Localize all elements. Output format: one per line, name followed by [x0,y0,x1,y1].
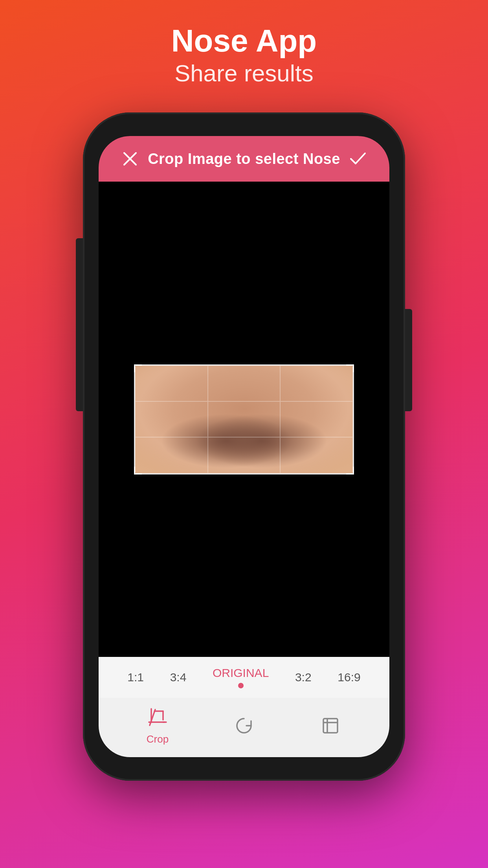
ratio-16-9[interactable]: 16:9 [338,671,360,684]
nose-image [135,366,353,473]
canvas-area [99,182,389,657]
app-title: Nose App [171,24,317,58]
header-section: Nose App Share results [171,0,317,105]
corner-handle-tr[interactable] [346,364,354,372]
confirm-button[interactable] [346,147,370,171]
toolbar-rotate[interactable] [232,714,256,737]
corner-handle-br[interactable] [346,467,354,474]
bottom-toolbar: Crop [99,698,389,757]
crop-header: Crop Image to select Nose [99,136,389,182]
phone-wrapper: Crop Image to select Nose [83,112,405,781]
crop-icon [146,706,169,729]
toolbar-crop[interactable]: Crop [146,706,169,745]
ratio-bar: 1:1 3:4 ORIGINAL 3:2 16:9 [99,657,389,698]
svg-rect-9 [323,719,338,733]
svg-line-8 [150,710,155,725]
active-dot [238,683,244,688]
phone-frame: Crop Image to select Nose [83,112,405,781]
phone-screen: Crop Image to select Nose [99,136,389,757]
app-subtitle: Share results [174,58,314,89]
expand-icon [319,714,342,737]
crop-box[interactable] [134,364,354,474]
crop-header-title: Crop Image to select Nose [148,151,340,167]
ratio-3-2[interactable]: 3:2 [295,671,312,684]
toolbar-expand[interactable] [319,714,342,737]
corner-handle-tl[interactable] [134,364,142,372]
crop-label: Crop [147,733,169,745]
corner-handle-bl[interactable] [134,467,142,474]
rotate-icon [232,714,256,737]
ratio-3-4[interactable]: 3:4 [170,671,187,684]
ratio-original[interactable]: ORIGINAL [213,666,269,688]
close-button[interactable] [118,147,142,171]
ratio-1-1[interactable]: 1:1 [127,671,144,684]
